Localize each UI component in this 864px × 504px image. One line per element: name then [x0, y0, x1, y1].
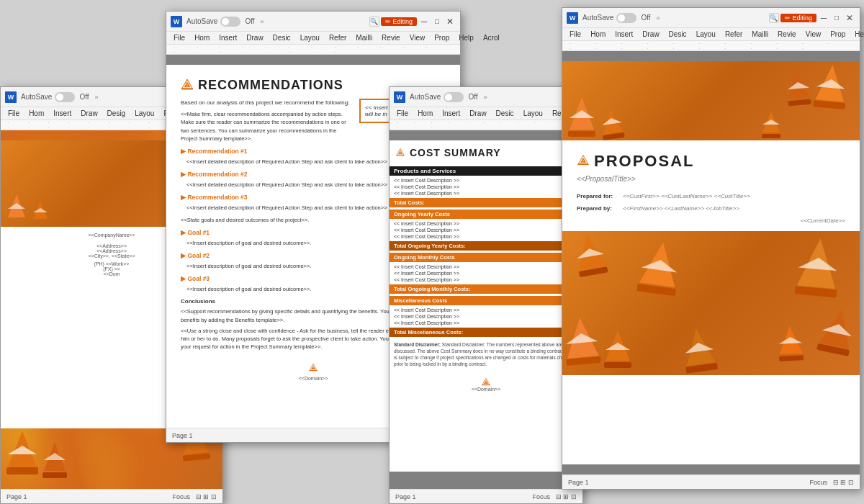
tab-view-2[interactable]: View	[405, 32, 430, 44]
proposal-content: ! PROPOSAL <<ProposalTitle>> Prepared fo…	[562, 140, 860, 231]
tab-insert-3[interactable]: Insert	[438, 107, 464, 120]
prepared-by-field: Prepared by: <<FirstName>> <<LastName>> …	[577, 205, 845, 212]
tab-design-2[interactable]: Desic	[269, 32, 295, 44]
svg-text:!: !	[186, 84, 188, 88]
focus-label-1: Focus	[172, 493, 190, 500]
tab-layout-2[interactable]: Layou	[296, 32, 324, 44]
maximize-btn-2[interactable]: □	[431, 16, 443, 27]
word-icon-1: W	[5, 91, 17, 103]
tab-help-2[interactable]: Help	[454, 32, 478, 44]
tab-review-2[interactable]: Revie	[377, 32, 405, 44]
autosave-toggle-4[interactable]	[616, 13, 636, 23]
tab-design-3[interactable]: Desic	[492, 107, 518, 120]
rec-heading: RECOMMENDATIONS	[198, 78, 343, 93]
tab-insert-1[interactable]: Insert	[49, 107, 76, 120]
status-right-1: Focus ⊟ ⊞ ⊡	[172, 493, 217, 500]
minimize-btn-4[interactable]: ─	[818, 12, 829, 24]
more-btn-1[interactable]: »	[95, 94, 99, 101]
page-3: ! COST SUMMARY Products and Services << …	[390, 140, 582, 472]
misc-row2: << Insert Cost Description >>	[390, 313, 582, 320]
svg-text:!: !	[582, 159, 584, 163]
tab-file-2[interactable]: File	[169, 32, 189, 44]
prepared-for-value: <<CustFirst>> <<CustLastName>> <<CustTit…	[623, 193, 750, 199]
view-icons-4: ⊟ ⊞ ⊡	[833, 479, 854, 486]
tab-draw-1[interactable]: Draw	[76, 107, 102, 120]
prepared-by-label: Prepared by:	[577, 205, 620, 212]
ruler-3: · · · · · · · · · · · · ·	[390, 120, 582, 130]
tab-home-1[interactable]: Hom	[24, 107, 48, 120]
autosave-toggle-3[interactable]	[444, 92, 464, 102]
tab-design-1[interactable]: Desig	[103, 107, 130, 120]
autosave-label-4: AutoSave	[582, 14, 613, 22]
proposal-logo: ! PROPOSAL	[577, 152, 845, 171]
off-label-1: Off	[79, 93, 89, 101]
tab-home-2[interactable]: Hom	[190, 32, 214, 44]
tab-insert-4[interactable]: Insert	[611, 28, 637, 40]
monthly-row3: << Insert Cost Description >>	[390, 276, 582, 283]
tab-home-3[interactable]: Hom	[413, 107, 437, 120]
win-controls-2: 🔍 ✏ Editing ─ □ ✕	[369, 16, 456, 27]
ruler-4: · · · · · · · · · · · · · · · · · · · · …	[562, 41, 860, 51]
yearly-row2: << Insert Cost Description >>	[390, 227, 582, 233]
tab-prop-4[interactable]: Prop	[826, 28, 850, 40]
tab-view-4[interactable]: View	[801, 28, 826, 40]
tab-layout-4[interactable]: Layou	[692, 28, 720, 40]
tab-draw-3[interactable]: Draw	[465, 107, 490, 120]
tab-review-4[interactable]: Revie	[773, 28, 801, 40]
warning-icon-3: !	[395, 146, 405, 159]
tab-layout-3[interactable]: Layou	[519, 107, 547, 120]
tab-draw-4[interactable]: Draw	[638, 28, 663, 40]
yearly-row1: << Insert Cost Description >>	[390, 220, 582, 227]
autosave-toggle-2[interactable]	[220, 17, 240, 27]
tab-acrobat-2[interactable]: Acrol	[479, 32, 504, 44]
ribbon-2: File Hom Insert Draw Desic Layou Refer M…	[166, 32, 460, 45]
tab-prop-2[interactable]: Prop	[430, 32, 454, 44]
word-icon-4: W	[567, 12, 578, 24]
tab-file-1[interactable]: File	[4, 107, 24, 120]
tab-design-4[interactable]: Desic	[665, 28, 691, 40]
total-costs-label: Total Costs:	[390, 198, 582, 207]
search-btn-4[interactable]: 🔍	[769, 13, 779, 23]
editing-badge-2: ✏ Editing	[381, 17, 417, 26]
off-label-3: Off	[468, 93, 477, 101]
ribbon-3: File Hom Insert Draw Desic Layou Refer M…	[390, 107, 582, 120]
tab-file-4[interactable]: File	[565, 28, 585, 40]
ribbon-4: File Hom Insert Draw Desic Layou Refer M…	[562, 28, 860, 41]
win-controls-4: 🔍 ✏ Editing ─ □ ✕	[769, 12, 855, 24]
monthly-row2: << Insert Cost Description >>	[390, 270, 582, 276]
maximize-btn-4[interactable]: □	[831, 12, 842, 24]
tab-file-3[interactable]: File	[392, 107, 413, 120]
cost-logo: ! COST SUMMARY	[390, 140, 582, 162]
minimize-btn-2[interactable]: ─	[418, 16, 430, 27]
proposal-top-bg	[562, 61, 860, 140]
tab-mail-4[interactable]: Mailli	[747, 28, 773, 40]
editing-badge-4: ✏ Editing	[780, 14, 816, 22]
tab-home-4[interactable]: Hom	[586, 28, 610, 40]
title-bar-3: W AutoSave Off » 🔍	[390, 87, 582, 107]
more-btn-4[interactable]: »	[657, 14, 660, 22]
ruler-2: · · · · · · · · · · · · · · · · · · · ·	[166, 45, 460, 55]
window4[interactable]: W AutoSave Off » 🔍 ✏ Editing ─ □ ✕ File …	[562, 7, 860, 490]
tab-draw-2[interactable]: Draw	[242, 32, 267, 44]
tab-insert-2[interactable]: Insert	[215, 32, 241, 44]
window3[interactable]: W AutoSave Off » 🔍 File Hom Insert Draw …	[389, 86, 583, 504]
tab-layout-1[interactable]: Layou	[130, 107, 158, 120]
word-icon-3: W	[394, 91, 405, 103]
title-bar-2: W AutoSave Off » 🔍 ✏ Editing ─ □ ✕	[166, 12, 460, 32]
doc-content-3: ! COST SUMMARY Products and Services << …	[390, 130, 582, 489]
search-btn-2[interactable]: 🔍	[369, 17, 379, 27]
view-icons-3: ⊟ ⊞ ⊡	[556, 493, 577, 500]
close-btn-2[interactable]: ✕	[444, 16, 456, 27]
tab-mail-2[interactable]: Mailli	[351, 32, 377, 44]
more-btn-2[interactable]: »	[261, 18, 264, 25]
page-num-4: Page 1	[568, 479, 589, 486]
tab-help-4[interactable]: Help	[850, 28, 864, 40]
more-btn-3[interactable]: »	[484, 94, 487, 101]
tab-ref-4[interactable]: Refer	[721, 28, 747, 40]
status-bar-1: Page 1 Focus ⊟ ⊞ ⊡	[1, 489, 222, 503]
warning-icon-4: !	[577, 154, 590, 168]
autosave-toggle-1[interactable]	[55, 92, 75, 102]
tab-ref-2[interactable]: Refer	[325, 32, 351, 44]
close-btn-4[interactable]: ✕	[844, 12, 855, 24]
misc-label: Miscellaneous Costs	[390, 296, 582, 305]
